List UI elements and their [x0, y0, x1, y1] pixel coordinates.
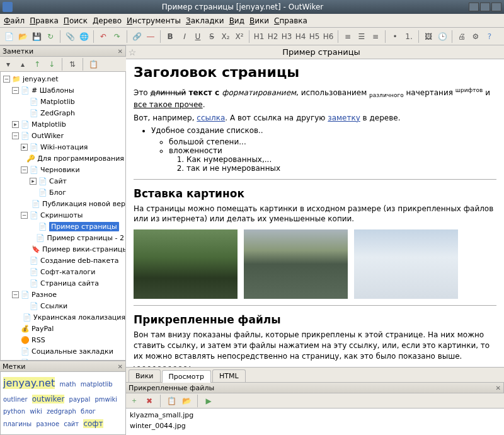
tree-toggle-icon[interactable]: −	[3, 76, 10, 83]
tree-toggle-icon[interactable]: ▸	[21, 144, 28, 151]
tree-node[interactable]: 📄Блог	[2, 187, 124, 198]
align-right-icon[interactable]: ≡	[369, 30, 382, 43]
tree-toggle-icon[interactable]: ▸	[12, 121, 19, 128]
image-icon[interactable]: 🖼	[422, 30, 435, 43]
tree-up-icon[interactable]: ↑	[31, 58, 43, 71]
tree-node[interactable]: −📄Разное	[2, 289, 124, 300]
tag-link[interactable]: разное	[36, 420, 59, 427]
link-icon[interactable]: 🔗	[130, 30, 143, 43]
sub-icon[interactable]: X₂	[219, 30, 232, 43]
tree-props-icon[interactable]: 📋	[87, 58, 100, 71]
close-button[interactable]	[491, 3, 501, 11]
tag-link[interactable]: outliner	[3, 396, 28, 403]
tree-toggle-icon[interactable]: −	[21, 166, 28, 173]
panel-close-icon[interactable]: ✕	[118, 363, 123, 370]
tree-down-icon[interactable]: ↓	[45, 58, 58, 71]
sup-icon[interactable]: X²	[233, 30, 246, 43]
settings-icon[interactable]: ⚙	[469, 30, 482, 43]
attach-open-icon[interactable]: 📂	[180, 395, 193, 407]
tree-node[interactable]: 📄Пример страницы - 2	[2, 232, 124, 243]
tag-link[interactable]: zedgraph	[47, 408, 76, 415]
strike-icon[interactable]: S	[205, 30, 218, 43]
h3-icon[interactable]: H3	[280, 30, 293, 43]
tree-node[interactable]: 📄Ссылки	[2, 300, 124, 311]
attach-remove-icon[interactable]: ✖	[143, 395, 156, 407]
help-icon[interactable]: ?	[483, 30, 496, 43]
minimize-button[interactable]	[469, 3, 479, 11]
h1-icon[interactable]: H1	[253, 30, 265, 43]
h6-icon[interactable]: H6	[322, 30, 335, 43]
tree-node[interactable]: 💰PayPal	[2, 323, 124, 334]
menu-дерево[interactable]: Дерево	[93, 16, 122, 25]
tree-node[interactable]: −📄Черновики	[2, 164, 124, 175]
reload-icon[interactable]: ↻	[44, 30, 57, 43]
align-center-icon[interactable]: ☰	[355, 30, 368, 43]
tree-node[interactable]: 📄Пример страницы	[2, 221, 124, 232]
panel-close-icon[interactable]: ✕	[496, 385, 501, 392]
tree-node[interactable]: ▸📄Сайт	[2, 175, 124, 187]
tree-node[interactable]: 📄Создание deb-пакета	[2, 255, 124, 266]
tree-node[interactable]: 📄Социальные закладки	[2, 345, 124, 357]
tree-expand-icon[interactable]: ▾	[2, 58, 14, 71]
attach-add-icon[interactable]: ＋	[128, 395, 140, 407]
tree-node[interactable]: ▸📄Wiki-нотация	[2, 141, 124, 153]
attach-icon[interactable]: 📎	[64, 30, 76, 43]
tag-link[interactable]: сайт	[64, 420, 79, 427]
tree-toggle-icon[interactable]: ▸	[30, 178, 37, 185]
tag-link[interactable]: софт	[83, 419, 103, 428]
tree-node[interactable]: 🔖Пример вики-страницы	[2, 243, 124, 255]
tree-node[interactable]: 📄ZedGraph	[2, 107, 124, 119]
tag-link[interactable]: pmwiki	[94, 396, 117, 403]
tab-просмотр[interactable]: Просмотр	[162, 370, 211, 383]
menu-закладки[interactable]: Закладки	[186, 16, 224, 25]
tree-node[interactable]: −📄OutWiker	[2, 130, 124, 141]
menu-поиск[interactable]: Поиск	[64, 16, 88, 25]
tag-link[interactable]: плагины	[3, 420, 32, 427]
tree-toggle-icon[interactable]: −	[12, 132, 19, 139]
tag-link[interactable]: python	[3, 408, 25, 415]
tree-node[interactable]: 📄Софт-каталоги	[2, 266, 124, 277]
attach-file-item[interactable]: winter_0044.jpg	[130, 420, 500, 431]
bookmark-star-icon[interactable]: ☆	[126, 47, 139, 57]
open-icon[interactable]: 📂	[16, 30, 29, 43]
tree-node[interactable]: 🟠RSS	[2, 334, 124, 345]
tree-node[interactable]: 📄Публикация новой версии	[2, 198, 124, 209]
save-icon[interactable]: 💾	[30, 30, 43, 43]
tree-node[interactable]: −📄Скриншоты	[2, 209, 124, 221]
tab-вики[interactable]: Вики	[129, 369, 161, 382]
h2-icon[interactable]: H2	[266, 30, 279, 43]
global-icon[interactable]: 🌐	[77, 30, 90, 43]
tree-collapse-icon[interactable]: ▴	[16, 58, 29, 71]
attach-paste-icon[interactable]: 📋	[165, 395, 178, 407]
menu-справка[interactable]: Справка	[274, 16, 307, 25]
attach-file-list[interactable]: klyazma_small.jpgwinter_0044.jpg	[126, 409, 504, 435]
h5-icon[interactable]: H5	[308, 30, 321, 43]
tag-link[interactable]: блог	[81, 408, 96, 415]
panel-close-icon[interactable]: ✕	[118, 48, 123, 55]
attach-run-icon[interactable]: ▶	[202, 395, 215, 407]
align-left-icon[interactable]: ≡	[341, 30, 354, 43]
redo-icon[interactable]: ↷	[111, 30, 123, 43]
maximize-button[interactable]	[480, 3, 490, 11]
tag-link[interactable]: outwiker	[32, 395, 65, 403]
note-link[interactable]: заметку	[328, 113, 360, 122]
underline-icon[interactable]: U	[192, 30, 204, 43]
tag-link[interactable]: math	[59, 381, 76, 388]
tree-node[interactable]: −📄# Шаблоны	[2, 84, 124, 96]
tree-node[interactable]: 📄Matplotlib	[2, 96, 124, 107]
notes-tree[interactable]: −📁jenyay.net−📄# Шаблоны📄Matplotlib📄ZedGr…	[0, 72, 126, 361]
tree-toggle-icon[interactable]: −	[21, 212, 28, 219]
tag-link[interactable]: matplotlib	[81, 381, 113, 388]
tree-toggle-icon[interactable]: −	[12, 291, 19, 298]
menu-вид[interactable]: Вид	[229, 16, 244, 25]
menu-файл[interactable]: Файл	[4, 16, 25, 25]
example-link[interactable]: ссылка	[197, 113, 225, 122]
menu-вики[interactable]: Вики	[249, 16, 269, 25]
date-icon[interactable]: 🕒	[436, 30, 449, 43]
bold-icon[interactable]: B	[164, 30, 176, 43]
numlist-icon[interactable]: 1.	[403, 30, 415, 43]
attach-file-item[interactable]: klyazma_small.jpg	[130, 410, 500, 420]
tag-link[interactable]: wiki	[30, 408, 42, 415]
italic-icon[interactable]: I	[178, 30, 190, 43]
tag-link[interactable]: jenyay.net	[3, 377, 55, 389]
